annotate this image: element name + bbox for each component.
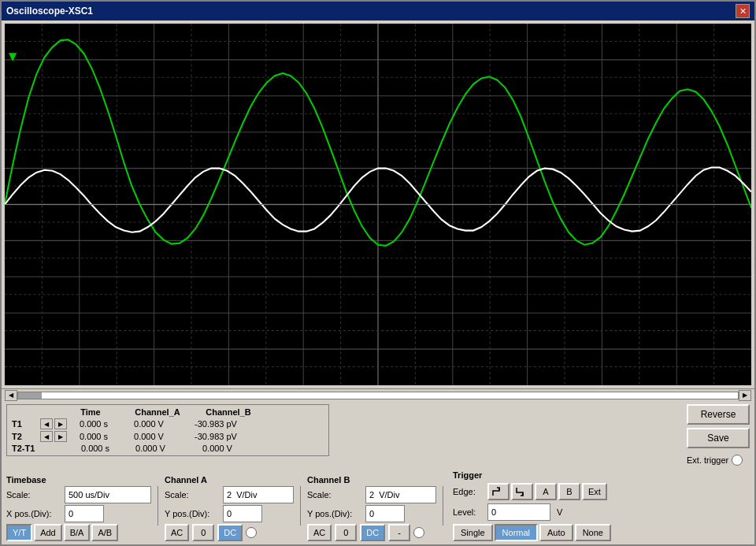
ab-button[interactable]: A/B: [91, 524, 118, 541]
timebase-scale-label: Scale:: [6, 490, 61, 500]
reverse-button[interactable]: Reverse: [687, 404, 750, 425]
channel-a-coupling-row: AC 0 DC: [165, 524, 294, 541]
channel-b-scale-row: Scale:: [307, 486, 436, 503]
radio-inner: [735, 458, 739, 462]
t2-right-arrow[interactable]: ▶: [54, 431, 67, 442]
channel-b-header: Channel_B: [193, 407, 264, 417]
t2t1-cha: 0.000 V: [119, 444, 182, 453]
trigger-rise-button[interactable]: [487, 483, 510, 500]
trigger-edge-row: Edge:: [453, 483, 611, 500]
channel-a-title: Channel A: [165, 475, 294, 485]
t2-cha: 0.000 V: [117, 432, 180, 441]
t1-time: 0.000 s: [70, 419, 117, 429]
cursor-headers: Time Channel_A Channel_B: [12, 407, 324, 417]
trigger-none-button[interactable]: None: [575, 524, 611, 541]
t2t1-label: T2-T1: [12, 444, 37, 453]
trigger-level-label: Level:: [453, 507, 484, 517]
trigger-a-button[interactable]: A: [535, 483, 557, 500]
scroll-left-arrow[interactable]: ◀: [5, 390, 17, 401]
channel-b-minus-button[interactable]: -: [388, 524, 410, 541]
channel-b-0-button[interactable]: 0: [335, 524, 357, 541]
trigger-normal-button[interactable]: Normal: [495, 524, 538, 541]
trigger-section: Trigger Edge:: [453, 470, 611, 541]
channel-b-section: Channel B Scale: Y pos.(Div): AC 0 DC -: [307, 475, 436, 541]
yt-button[interactable]: Y/T: [6, 524, 32, 541]
divider-1: [158, 486, 158, 526]
trigger-mode-buttons: Single Normal Auto None: [453, 524, 611, 541]
save-button[interactable]: Save: [687, 428, 750, 448]
channel-a-section: Channel A Scale: Y pos.(Div): AC 0 DC: [165, 475, 294, 541]
channel-a-ypos-input[interactable]: [223, 505, 262, 522]
channel-a-dc-button[interactable]: DC: [217, 524, 243, 541]
channel-a-scale-label: Scale:: [165, 490, 220, 500]
t2-label: T2: [12, 432, 37, 441]
add-button[interactable]: Add: [34, 524, 62, 541]
channel-b-ypos-input[interactable]: [365, 505, 405, 522]
time-header: Time: [59, 407, 122, 417]
channel-a-radio-inner: [249, 530, 254, 535]
trigger-ext-button[interactable]: Ext: [582, 483, 607, 500]
scroll-right-arrow[interactable]: ▶: [739, 390, 751, 401]
channel-b-title: Channel B: [307, 475, 436, 485]
channel-b-scale-label: Scale:: [307, 490, 362, 500]
t1-label: T1: [12, 419, 37, 429]
channel-b-radio[interactable]: [413, 527, 424, 538]
channel-a-scale-input[interactable]: [223, 486, 294, 503]
scope-display: [5, 24, 751, 385]
t2t1-chb: 0.000 V: [182, 444, 253, 453]
channel-a-radio[interactable]: [246, 527, 257, 538]
scroll-thumb[interactable]: [18, 392, 42, 399]
ext-trigger-radio[interactable]: [732, 455, 743, 466]
controls-area: Time Channel_A Channel_B T1 ◀ ▶ 0.000 s …: [2, 401, 754, 544]
timebase-xpos-label: X pos.(Div):: [6, 509, 61, 518]
channel-b-coupling-row: AC 0 DC -: [307, 524, 436, 541]
t1-arrows: ◀ ▶: [40, 418, 67, 429]
trigger-level-input[interactable]: [487, 503, 550, 521]
trigger-level-unit: V: [557, 507, 562, 517]
t2-time: 0.000 s: [70, 432, 117, 441]
channel-b-scale-input[interactable]: [365, 486, 436, 503]
title-bar: Oscilloscope-XSC1 ✕: [2, 2, 754, 20]
channel-a-ac-button[interactable]: AC: [165, 524, 189, 541]
scroll-track[interactable]: [17, 392, 739, 399]
channel-b-ypos-row: Y pos.(Div):: [307, 505, 436, 522]
t1-right-arrow[interactable]: ▶: [54, 418, 67, 429]
t2t1-time: 0.000 s: [72, 444, 119, 453]
channel-b-ac-button[interactable]: AC: [307, 524, 332, 541]
timebase-title: Timebase: [6, 475, 151, 485]
ext-trigger-label: Ext. trigger: [687, 455, 728, 465]
t2-chb: -30.983 pV: [180, 432, 251, 441]
trigger-level-row: Level: V: [453, 503, 611, 521]
channel-b-dc-button[interactable]: DC: [360, 524, 385, 541]
timebase-mode-buttons: Y/T Add B/A A/B: [6, 524, 151, 541]
oscilloscope-window: Oscilloscope-XSC1 ✕: [0, 0, 756, 546]
channel-b-ypos-label: Y pos.(Div):: [307, 509, 362, 518]
divider-3: [443, 486, 443, 526]
channel-a-0-button[interactable]: 0: [192, 524, 214, 541]
t1-chb: -30.983 pV: [180, 419, 251, 429]
trigger-b-button[interactable]: B: [558, 483, 580, 500]
t2-data: 0.000 s 0.000 V -30.983 pV: [70, 432, 324, 441]
channel-a-header: Channel_A: [122, 407, 193, 417]
channel-a-ypos-label: Y pos.(Div):: [165, 509, 220, 518]
close-button[interactable]: ✕: [736, 4, 750, 18]
side-buttons: Reverse Save Ext. trigger: [687, 404, 750, 466]
trigger-edge-buttons: A B Ext: [487, 483, 607, 500]
controls-bottom-row: Timebase Scale: X pos.(Div): Y/T Add B/A…: [6, 470, 750, 541]
divider-2: [300, 486, 301, 526]
t2-left-arrow[interactable]: ◀: [40, 431, 53, 442]
trigger-single-button[interactable]: Single: [453, 524, 493, 541]
t1-left-arrow[interactable]: ◀: [40, 418, 53, 429]
cursor-panel: Time Channel_A Channel_B T1 ◀ ▶ 0.000 s …: [6, 404, 329, 456]
trigger-auto-button[interactable]: Auto: [539, 524, 573, 541]
trigger-fall-button[interactable]: [511, 483, 533, 500]
scope-grid: [5, 24, 751, 385]
timebase-scale-input[interactable]: [65, 486, 151, 503]
t1-cha: 0.000 V: [117, 419, 180, 429]
channel-a-scale-row: Scale:: [165, 486, 294, 503]
timebase-xpos-input[interactable]: [65, 505, 104, 522]
t2-arrows: ◀ ▶: [40, 431, 67, 442]
horizontal-scrollbar: ◀ ▶: [2, 388, 754, 401]
ba-button[interactable]: B/A: [64, 524, 91, 541]
channel-b-radio-inner: [417, 530, 421, 535]
